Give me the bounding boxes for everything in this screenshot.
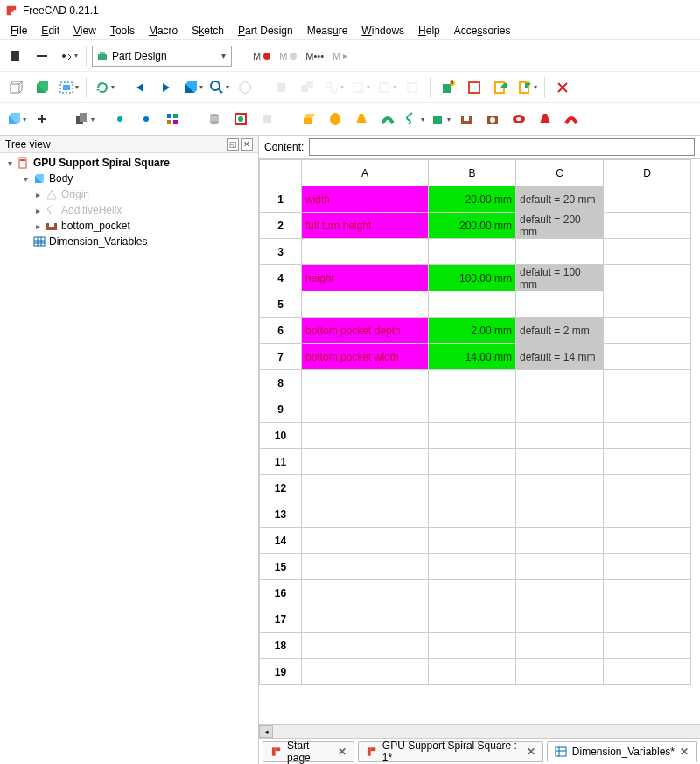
cell[interactable] bbox=[516, 606, 604, 633]
macro-list-button[interactable]: M••• bbox=[302, 51, 327, 61]
new-doc-icon[interactable] bbox=[4, 44, 28, 68]
horizontal-scrollbar[interactable]: ◂ bbox=[259, 724, 700, 738]
cell[interactable] bbox=[516, 580, 604, 606]
menu-file[interactable]: File bbox=[4, 23, 34, 39]
cell[interactable] bbox=[604, 501, 691, 528]
plus-icon[interactable] bbox=[30, 107, 54, 131]
close-icon[interactable] bbox=[550, 75, 575, 100]
groove-icon[interactable] bbox=[507, 107, 531, 131]
refresh-icon[interactable]: ▾ bbox=[92, 75, 116, 100]
cell[interactable] bbox=[429, 606, 516, 633]
row-header[interactable]: 7 bbox=[260, 344, 302, 370]
tab-start-page[interactable]: Start page ✕ bbox=[262, 741, 354, 762]
cell[interactable] bbox=[516, 554, 604, 580]
hole-icon[interactable] bbox=[480, 107, 505, 131]
cell[interactable] bbox=[516, 291, 604, 318]
cell[interactable] bbox=[516, 449, 604, 475]
cell[interactable] bbox=[604, 239, 691, 265]
sub-sweep-icon[interactable] bbox=[559, 107, 584, 131]
cell[interactable] bbox=[429, 291, 516, 318]
workbench-selector[interactable]: Part Design bbox=[92, 46, 232, 67]
cell[interactable] bbox=[302, 633, 429, 659]
cell[interactable] bbox=[516, 239, 604, 265]
cell[interactable] bbox=[604, 606, 691, 633]
cell[interactable] bbox=[604, 291, 691, 318]
tab-close-icon[interactable]: ✕ bbox=[680, 746, 689, 758]
cell[interactable] bbox=[604, 396, 691, 423]
cell[interactable]: 100.00 mm bbox=[429, 265, 516, 291]
cell[interactable] bbox=[429, 501, 516, 528]
sub-loft-icon[interactable] bbox=[533, 107, 557, 131]
row-header[interactable]: 3 bbox=[260, 239, 302, 265]
content-input[interactable] bbox=[309, 138, 695, 156]
cell[interactable] bbox=[302, 606, 429, 633]
cell[interactable] bbox=[604, 423, 691, 449]
cell[interactable] bbox=[429, 554, 516, 580]
cell[interactable] bbox=[302, 449, 429, 475]
cell[interactable]: bottom pocket width bbox=[302, 344, 429, 370]
cell[interactable] bbox=[604, 265, 691, 291]
cube-nav-icon[interactable]: ▾ bbox=[180, 75, 205, 100]
cell[interactable]: 14.00 mm bbox=[429, 344, 516, 370]
macro-stop-button[interactable]: M bbox=[276, 51, 300, 61]
iso-view-icon[interactable] bbox=[233, 75, 257, 100]
tree-toggle-icon[interactable]: ▸ bbox=[33, 190, 42, 200]
cell[interactable] bbox=[604, 318, 691, 344]
export-icon[interactable] bbox=[488, 75, 513, 100]
tree-toggle-icon[interactable]: ▾ bbox=[21, 174, 30, 184]
menu-windows[interactable]: Windows bbox=[354, 23, 411, 39]
menu-tools[interactable]: Tools bbox=[103, 23, 142, 39]
tree-dimvars-node[interactable]: Dimension_Variables bbox=[0, 234, 258, 249]
row-header[interactable]: 2 bbox=[260, 213, 302, 239]
cell[interactable] bbox=[429, 580, 516, 606]
cell[interactable]: width bbox=[302, 186, 429, 213]
box-select-icon[interactable]: ▾ bbox=[56, 75, 80, 100]
cell[interactable] bbox=[604, 580, 691, 606]
tree-helix-node[interactable]: ▸ AdditiveHelix bbox=[0, 202, 258, 218]
tree-root[interactable]: ▾ GPU Support Spiral Square bbox=[0, 155, 258, 171]
panel-close-icon[interactable]: ✕ bbox=[241, 138, 253, 151]
grid-icon[interactable] bbox=[160, 107, 185, 131]
cell[interactable] bbox=[302, 423, 429, 449]
sweep-icon[interactable] bbox=[375, 107, 400, 131]
cell[interactable] bbox=[604, 554, 691, 580]
cell[interactable] bbox=[429, 659, 516, 685]
tree-toggle-icon[interactable]: ▸ bbox=[33, 221, 42, 231]
row-header[interactable]: 13 bbox=[260, 501, 302, 528]
col-header-c[interactable]: C bbox=[516, 160, 604, 186]
menu-view[interactable]: View bbox=[66, 23, 103, 39]
menu-macro[interactable]: Macro bbox=[142, 23, 185, 39]
arrow-right-icon[interactable] bbox=[154, 75, 178, 100]
cell[interactable] bbox=[302, 554, 429, 580]
cell[interactable] bbox=[516, 423, 604, 449]
cell[interactable] bbox=[429, 239, 516, 265]
cell[interactable] bbox=[302, 659, 429, 685]
tree-bottom-pocket-node[interactable]: ▸ bottom_pocket bbox=[0, 218, 258, 234]
cell[interactable]: default = 14 mm bbox=[516, 344, 604, 370]
gray-shape-icon[interactable] bbox=[255, 107, 279, 131]
menu-measure[interactable]: Measure bbox=[300, 23, 355, 39]
blue-cube-icon[interactable]: ▾ bbox=[4, 107, 28, 131]
cell[interactable] bbox=[302, 501, 429, 528]
cell[interactable]: default = 200 mm bbox=[516, 213, 604, 239]
cell[interactable] bbox=[516, 633, 604, 659]
import-icon[interactable]: ▾ bbox=[514, 75, 539, 100]
dot2-icon[interactable] bbox=[134, 107, 158, 131]
panel-float-icon[interactable]: ◱ bbox=[227, 138, 239, 151]
tree-origin-node[interactable]: ▸ Origin bbox=[0, 186, 258, 202]
cell[interactable] bbox=[516, 396, 604, 423]
cell[interactable] bbox=[604, 528, 691, 554]
cell[interactable] bbox=[604, 475, 691, 501]
part-icon[interactable] bbox=[269, 75, 293, 100]
arrow-left-icon[interactable] bbox=[128, 75, 152, 100]
cell[interactable]: height bbox=[302, 265, 429, 291]
menu-edit[interactable]: Edit bbox=[34, 23, 66, 39]
cell[interactable]: bottom pocket depth bbox=[302, 318, 429, 344]
row-header[interactable]: 16 bbox=[260, 580, 302, 606]
tree-toggle-icon[interactable]: ▾ bbox=[5, 158, 14, 168]
cell[interactable] bbox=[516, 528, 604, 554]
cell[interactable] bbox=[516, 501, 604, 528]
row-header[interactable]: 6 bbox=[260, 318, 302, 344]
menu-help[interactable]: Help bbox=[411, 23, 447, 39]
row-header[interactable]: 18 bbox=[260, 633, 302, 659]
